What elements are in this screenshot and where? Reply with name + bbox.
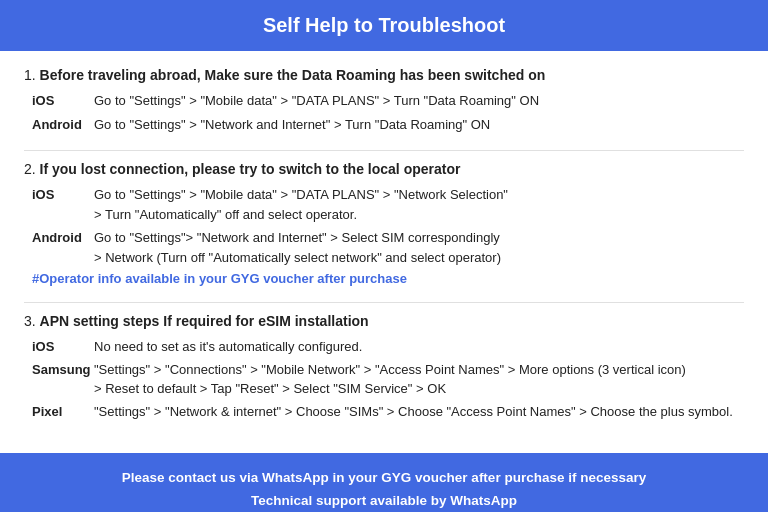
divider-2 (24, 302, 744, 303)
section-3-row-pixel: Pixel "Settings" > "Network & internet" … (24, 402, 744, 422)
section-1-row-ios: iOS Go to "Settings" > "Mobile data" > "… (24, 91, 744, 111)
section-3: 3. APN setting steps If required for eSI… (24, 313, 744, 421)
android-desc-2: Go to "Settings"> "Network and Internet"… (94, 228, 501, 267)
header: Self Help to Troubleshoot (0, 0, 768, 51)
divider-1 (24, 150, 744, 151)
pixel-label: Pixel (32, 402, 94, 422)
section-2-row-ios: iOS Go to "Settings" > "Mobile data" > "… (24, 185, 744, 224)
samsung-desc: "Settings" > "Connections" > "Mobile Net… (94, 360, 686, 399)
section-1-title: 1. Before traveling abroad, Make sure th… (24, 67, 744, 83)
section-2-num: 2. (24, 161, 40, 177)
section-3-title: 3. APN setting steps If required for eSI… (24, 313, 744, 329)
section-2-bold: If you lost connection, please try to sw… (40, 161, 461, 177)
section-1-bold: Before traveling abroad, Make sure the D… (40, 67, 546, 83)
ios-desc-3: No need to set as it's automatically con… (94, 337, 362, 357)
section-3-num: 3. (24, 313, 40, 329)
footer-line2: Technical support available by WhatsApp (20, 490, 748, 512)
ios-label-1: iOS (32, 91, 94, 111)
footer-line1: Please contact us via WhatsApp in your G… (20, 467, 748, 490)
section-3-row-ios: iOS No need to set as it's automatically… (24, 337, 744, 357)
section-2: 2. If you lost connection, please try to… (24, 161, 744, 286)
section-2-title: 2. If you lost connection, please try to… (24, 161, 744, 177)
ios-label-3: iOS (32, 337, 94, 357)
section-2-row-android: Android Go to "Settings"> "Network and I… (24, 228, 744, 267)
section-1-num: 1. (24, 67, 40, 83)
pixel-desc: "Settings" > "Network & internet" > Choo… (94, 402, 733, 422)
samsung-label: Samsung (32, 360, 94, 380)
footer: Please contact us via WhatsApp in your G… (0, 453, 768, 512)
ios-desc-2: Go to "Settings" > "Mobile data" > "DATA… (94, 185, 508, 224)
section-1: 1. Before traveling abroad, Make sure th… (24, 67, 744, 134)
operator-link: #Operator info available in your GYG vou… (24, 271, 744, 286)
section-3-row-samsung: Samsung "Settings" > "Connections" > "Mo… (24, 360, 744, 399)
section-3-bold: APN setting steps If required for eSIM i… (40, 313, 369, 329)
section-1-row-android: Android Go to "Settings" > "Network and … (24, 115, 744, 135)
page-title: Self Help to Troubleshoot (20, 14, 748, 37)
ios-desc-1: Go to "Settings" > "Mobile data" > "DATA… (94, 91, 539, 111)
ios-label-2: iOS (32, 185, 94, 205)
android-label-1: Android (32, 115, 94, 135)
content-area: 1. Before traveling abroad, Make sure th… (0, 51, 768, 445)
android-label-2: Android (32, 228, 94, 248)
android-desc-1: Go to "Settings" > "Network and Internet… (94, 115, 490, 135)
